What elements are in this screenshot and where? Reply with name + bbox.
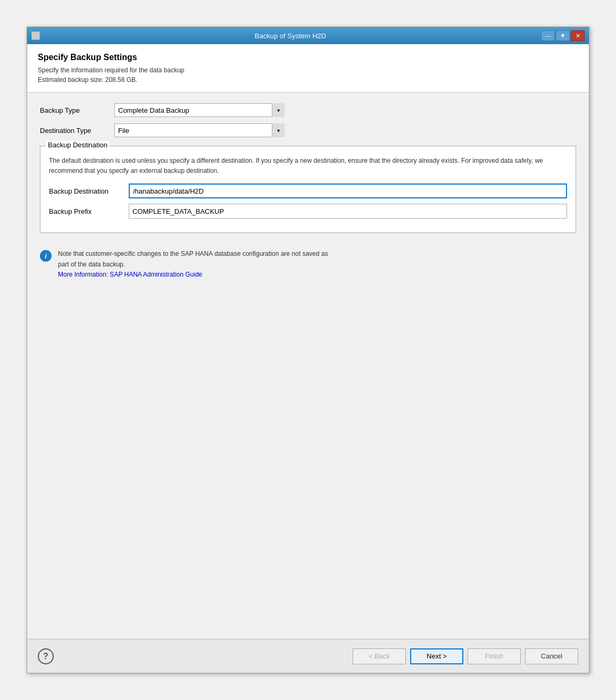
footer-left: ? <box>38 648 54 664</box>
backup-destination-row: Backup Destination <box>49 184 567 198</box>
info-line2: part of the data backup. <box>58 261 125 268</box>
backup-destination-group: Backup Destination The default destinati… <box>40 146 576 233</box>
page-title: Specify Backup Settings <box>38 53 578 62</box>
info-text: Note that customer-specific changes to t… <box>58 249 328 280</box>
info-box: i Note that customer-specific changes to… <box>40 244 576 285</box>
title-bar: Backup of System H2D — ▼ ✕ <box>27 27 589 44</box>
minimize-button[interactable]: — <box>541 30 555 41</box>
backup-destination-label: Backup Destination <box>49 187 129 195</box>
backup-type-row: Backup Type Complete Data Backup Increme… <box>40 103 576 117</box>
destination-type-select-wrapper: File Backint ▾ <box>114 123 285 137</box>
footer: ? < Back Next > Finish Cancel <box>27 639 589 673</box>
backup-type-select-wrapper: Complete Data Backup Incremental Data Ba… <box>114 103 285 117</box>
backup-prefix-label: Backup Prefix <box>49 207 129 215</box>
info-link[interactable]: More Information: SAP HANA Administratio… <box>58 271 202 278</box>
subtitle-line1: Specify the information required for the… <box>38 66 185 74</box>
backup-type-select[interactable]: Complete Data Backup Incremental Data Ba… <box>114 103 285 117</box>
next-button[interactable]: Next > <box>410 648 463 664</box>
header-section: Specify Backup Settings Specify the info… <box>27 44 589 93</box>
info-icon: i <box>40 250 52 262</box>
close-button[interactable]: ✕ <box>571 30 585 41</box>
content-area: Specify Backup Settings Specify the info… <box>27 44 589 673</box>
backup-destination-input[interactable] <box>129 184 567 198</box>
cancel-button[interactable]: Cancel <box>525 648 578 664</box>
destination-type-row: Destination Type File Backint ▾ <box>40 123 576 137</box>
backup-type-label: Backup Type <box>40 106 114 114</box>
back-button[interactable]: < Back <box>353 648 406 664</box>
header-subtitle: Specify the information required for the… <box>38 65 578 85</box>
destination-type-label: Destination Type <box>40 127 114 135</box>
title-bar-left <box>31 31 40 40</box>
finish-button[interactable]: Finish <box>468 648 521 664</box>
window-title: Backup of System H2D <box>255 32 326 40</box>
title-bar-controls: — ▼ ✕ <box>541 30 585 41</box>
help-button[interactable]: ? <box>38 648 54 664</box>
destination-type-select[interactable]: File Backint <box>114 123 285 137</box>
main-window: Backup of System H2D — ▼ ✕ Specify Backu… <box>27 27 589 673</box>
group-description: The default destination is used unless y… <box>49 156 567 176</box>
db-icon <box>31 31 40 40</box>
main-content: Backup Type Complete Data Backup Increme… <box>27 93 589 639</box>
info-line1: Note that customer-specific changes to t… <box>58 250 328 257</box>
footer-right: < Back Next > Finish Cancel <box>353 648 578 664</box>
backup-prefix-row: Backup Prefix <box>49 204 567 219</box>
title-bar-center: Backup of System H2D <box>40 32 541 40</box>
group-legend: Backup Destination <box>46 141 110 149</box>
backup-prefix-input[interactable] <box>129 204 567 219</box>
subtitle-line2: Estimated backup size: 208.58 GB. <box>38 76 137 84</box>
maximize-button[interactable]: ▼ <box>556 30 570 41</box>
